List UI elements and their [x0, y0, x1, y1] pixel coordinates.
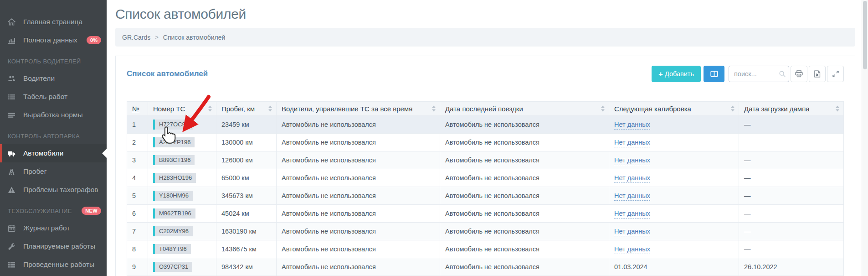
cell-number: 9 [127, 258, 148, 276]
column-header[interactable]: Дата загрузки дампа [739, 102, 844, 116]
sidebar-item-label: Главная страница [23, 18, 82, 26]
table-row[interactable]: 1 H727OC96 23459 км Автомобиль не исполь… [127, 116, 844, 134]
add-vehicle-button[interactable]: + Добавить [652, 66, 701, 82]
cell-last-trip: Автомобиль не использовался [440, 134, 609, 151]
table-row[interactable]: 2 A287YP196 130000 км Автомобиль не испо… [127, 134, 844, 151]
cell-dump-date: — [739, 205, 844, 223]
column-header[interactable]: Водители, управлявшие ТС за всё время [277, 102, 440, 116]
cell-mileage: 130000 км [216, 134, 277, 151]
plate-badge[interactable]: M962TB196 [153, 208, 195, 219]
column-header[interactable]: Пробег, км [216, 102, 277, 116]
plate-badge[interactable]: B893CT196 [153, 155, 195, 165]
cell-dump-date: — [739, 223, 844, 240]
tasks-icon [8, 261, 17, 269]
sidebar-item-warning[interactable]: Проблемы тахографов [0, 181, 107, 199]
table-row[interactable]: 9 O397CP31 984342 км Автомобиль не испол… [127, 258, 844, 276]
export-excel-button[interactable] [809, 66, 826, 82]
rows-icon [8, 111, 17, 119]
cell-last-trip: Автомобиль не использовался [440, 240, 609, 258]
no-data-link[interactable]: Нет данных [614, 192, 650, 201]
plate-badge[interactable]: T048YT96 [153, 244, 191, 254]
plate-badge[interactable]: H283HO196 [153, 173, 196, 183]
column-header[interactable]: № [127, 102, 148, 116]
cell-plate: C202MY96 [148, 223, 216, 240]
sort-arrows-icon[interactable] [836, 105, 840, 112]
sort-arrows-icon[interactable] [432, 105, 436, 112]
cell-calibration: 01.03.2024 [609, 258, 739, 276]
cell-drivers: Автомобиль не использовался [277, 223, 440, 240]
sidebar-item-rows[interactable]: Выработка нормы [0, 106, 107, 124]
fullscreen-button[interactable] [827, 66, 844, 82]
table-row[interactable]: 6 M962TB196 45024 км Автомобиль не испол… [127, 205, 844, 223]
road-icon [8, 168, 17, 176]
column-header[interactable]: Номер ТС [148, 102, 216, 116]
sidebar-item-chart[interactable]: Полнота данных 0% [0, 31, 107, 49]
cell-last-trip: Автомобиль не использовался [440, 187, 609, 205]
cell-drivers: Автомобиль не использовался [277, 169, 440, 187]
sort-arrows-icon[interactable] [208, 105, 212, 112]
sidebar-section-label: ТЕХОБСЛУЖИВАНИЕ [8, 208, 72, 214]
cell-mileage: 345673 км [216, 187, 277, 205]
sidebar-item-list[interactable]: Табель работ [0, 88, 107, 106]
sort-arrows-icon[interactable] [601, 105, 605, 112]
column-header[interactable]: Дата последней поездки [440, 102, 609, 116]
print-button[interactable] [791, 66, 807, 82]
breadcrumb-root[interactable]: GR.Cards [122, 34, 150, 41]
cell-dump-date: 26.10.2022 [739, 258, 844, 276]
cell-number: 7 [127, 223, 148, 240]
sidebar-item-label: Журнал работ [23, 224, 70, 232]
no-data-link[interactable]: Нет данных [614, 228, 650, 236]
cell-drivers: Автомобиль не использовался [277, 151, 440, 169]
sidebar-item-truck[interactable]: Автомобили [0, 144, 107, 162]
table-row[interactable]: 4 H283HO196 65000 км Автомобиль не испол… [127, 169, 844, 187]
scrollbar-thumb[interactable] [863, 1, 867, 69]
table-row[interactable]: 3 B893CT196 126000 км Автомобиль не испо… [127, 151, 844, 169]
no-data-link[interactable]: Нет данных [614, 174, 650, 183]
vertical-scrollbar[interactable] [862, 0, 868, 276]
cell-plate: A287YP196 [148, 134, 216, 151]
sidebar-item-users[interactable]: Водители [0, 69, 107, 88]
sidebar-item-road[interactable]: Пробег [0, 162, 107, 181]
sort-arrows-icon[interactable] [731, 105, 735, 112]
no-data-link[interactable]: Нет данных [614, 121, 650, 130]
no-data-link[interactable]: Нет данных [614, 139, 650, 147]
columns-toggle-button[interactable] [704, 66, 724, 82]
sidebar-item-label: Полнота данных [23, 36, 77, 44]
no-data-link[interactable]: Нет данных [614, 156, 650, 165]
sidebar-section-label: КОНТРОЛЬ ВОДИТЕЛЕЙ [8, 58, 81, 65]
sidebar-item-label: Проблемы тахографов [23, 186, 98, 194]
cell-calibration: Нет данных [609, 134, 739, 151]
vehicles-table-wrap: №Номер ТСПробег, кмВодители, управлявшие… [127, 101, 844, 276]
table-row[interactable]: 5 Y180HM96 345673 км Автомобиль не испол… [127, 187, 844, 205]
new-badge: NEW [82, 207, 101, 215]
cell-mileage: 984342 км [216, 258, 277, 276]
sidebar-section: ТЕХОБСЛУЖИВАНИЕ NEW [0, 199, 107, 219]
breadcrumb-current: Список автомобилей [163, 34, 225, 41]
cell-drivers: Автомобиль не использовался [277, 116, 440, 134]
sidebar-item-calendar[interactable]: Журнал работ [0, 219, 107, 237]
cell-calibration: Нет данных [609, 205, 739, 223]
column-header[interactable]: Следующая калибровка [609, 102, 739, 116]
plate-badge[interactable]: O397CP31 [153, 262, 192, 272]
sidebar-section: КОНТРОЛЬ ВОДИТЕЛЕЙ [0, 49, 107, 69]
plate-badge[interactable]: A287YP196 [153, 137, 195, 147]
plate-badge[interactable]: C202MY96 [153, 226, 193, 236]
no-data-link[interactable]: Нет данных [614, 210, 650, 219]
sidebar-item-tasks[interactable]: Проведенные работы [0, 255, 107, 274]
cell-calibration: Нет данных [609, 151, 739, 169]
table-row[interactable]: 7 C202MY96 1630190 км Автомобиль не испо… [127, 223, 844, 240]
sidebar-item-wrench[interactable]: Планируемые работы [0, 237, 107, 255]
table-body: 1 H727OC96 23459 км Автомобиль не исполь… [127, 116, 844, 276]
cell-mileage: 45024 км [216, 205, 277, 223]
plate-badge[interactable]: Y180HM96 [153, 191, 193, 201]
sidebar-item-home[interactable]: Главная страница [0, 13, 107, 31]
cell-dump-date: — [739, 187, 844, 205]
sort-arrows-icon[interactable] [268, 105, 272, 112]
cell-drivers: Автомобиль не использовался [277, 205, 440, 223]
cell-last-trip: Автомобиль не использовался [440, 151, 609, 169]
no-data-link[interactable]: Нет данных [614, 245, 650, 254]
search-icon [779, 70, 786, 78]
sidebar-section: КОНТРОЛЬ АВТОПАРКА [0, 124, 107, 144]
plate-badge[interactable]: H727OC96 [153, 120, 193, 130]
table-row[interactable]: 8 T048YT96 1436675 км Автомобиль не испо… [127, 240, 844, 258]
